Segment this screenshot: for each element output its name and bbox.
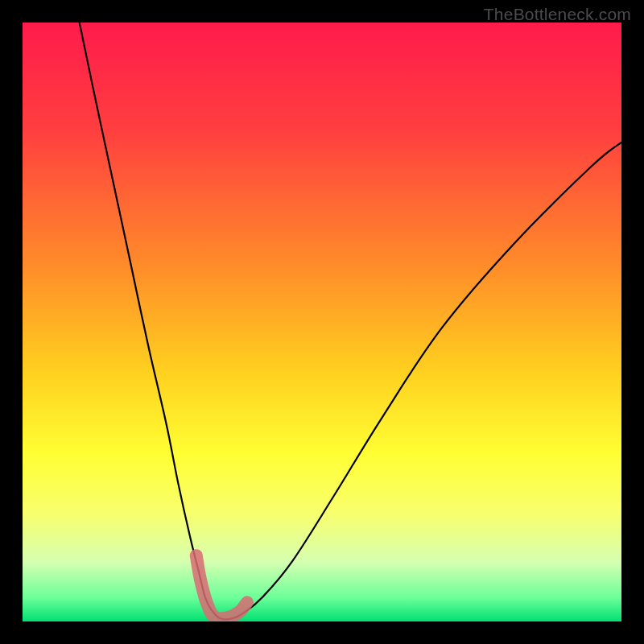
chart-svg bbox=[23, 23, 621, 621]
gradient-background bbox=[23, 23, 621, 621]
chart-frame: TheBottleneck.com bbox=[0, 0, 644, 644]
watermark-text: TheBottleneck.com bbox=[484, 5, 631, 24]
plot-area bbox=[23, 23, 621, 621]
